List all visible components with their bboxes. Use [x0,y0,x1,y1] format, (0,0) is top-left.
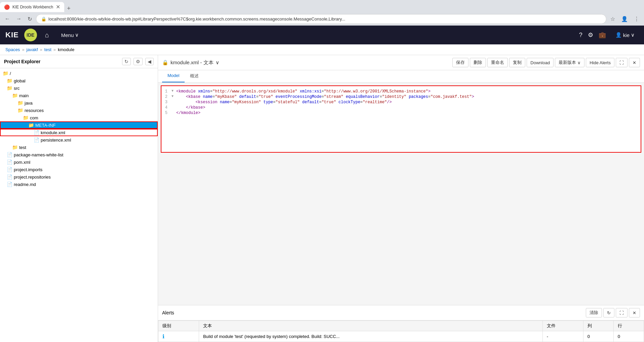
tree-item-pom-xml[interactable]: 📄 pom.xml [0,158,158,166]
workspace-button[interactable]: 💼 [599,31,606,39]
tab-model[interactable]: Model [162,70,185,82]
user-menu-button[interactable]: 👤 kie ∨ [611,31,639,39]
nav-back-button[interactable]: ← [3,14,12,23]
tree-item-global[interactable]: 📁 global [0,77,158,84]
hide-alerts-button[interactable]: Hide Alerts [586,58,614,67]
tree-item-package-names[interactable]: 📄 package-names-white-list [0,151,158,158]
address-bar[interactable]: 🔒 localhost:8080/kie-drools-wb/kie-drool… [36,14,606,24]
bookmark-button[interactable]: ☆ [608,14,617,24]
address-lock-icon: 🔒 [41,16,46,22]
breadcrumb-test[interactable]: test [44,47,51,52]
tree-label-meta-inf: META-INF [35,123,155,128]
explorer-content: 📁 / 📁 global 📁 src 📁 main 📁 java [0,68,158,342]
breadcrumb-sep1: » [22,47,24,52]
line-number: 2 [161,94,172,99]
download-button[interactable]: Download [527,58,554,67]
tree-item-com[interactable]: 📁 com [0,114,158,121]
folder-icon: 📁 [7,85,12,91]
tree-item-src[interactable]: 📁 src [0,84,158,92]
alerts-fullscreen-button[interactable]: ⛶ [616,308,628,317]
new-tab-button[interactable]: + [64,5,73,12]
line-number: 4 [161,105,172,110]
home-button[interactable]: ⌂ [42,30,52,40]
delete-button[interactable]: 删除 [470,58,486,67]
tree-item-meta-inf[interactable]: 📁 META-INF [0,121,158,129]
tree-item-resources[interactable]: 📁 resources [0,107,158,114]
menu-label: Menu [61,32,74,38]
file-icon: 📄 [34,130,39,135]
code-line-5: 5 </kmodule> [161,110,641,116]
kie-logo: KIE [5,31,19,39]
tree-item-project-imports[interactable]: 📄 project.imports [0,166,158,173]
rename-button[interactable]: 重命名 [487,58,508,67]
alerts-close-button[interactable]: ✕ [629,308,640,317]
alert-row-num: 0 [613,331,644,342]
alert-row: ℹ Build of module 'test' (requested by s… [158,331,644,342]
version-button[interactable]: 最新版本 ∨ [555,58,584,67]
tree-item-test[interactable]: 📁 test [0,144,158,151]
line-content: <kbase name="myKbase" default="true" eve… [176,94,641,99]
folder-icon: 📁 [12,145,18,150]
settings-button[interactable]: ⚙ [588,31,593,39]
col-col: 列 [583,321,613,331]
alert-level: ℹ [158,331,199,342]
nav-refresh-button[interactable]: ↻ [26,14,34,24]
code-line-3: 3 <ksession name="myKsession" type="stat… [161,100,641,105]
explorer-refresh-button[interactable]: ↻ [122,58,131,65]
profile-button[interactable]: 👤 [619,14,630,24]
app-header: KIE IDE ⌂ Menu ∨ ? ⚙ 💼 👤 kie ∨ [0,26,644,44]
line-number: 5 [161,111,172,115]
file-header: 🔒 kmodule.xml - 文本 ∨ 保存 删除 重命名 复制 Downlo… [158,55,644,70]
project-explorer: Project Explorer ↻ ⚙ ◀ 📁 / 📁 global 📁 sr… [0,55,158,342]
tree-item-readme[interactable]: 📄 readme.md [0,181,158,188]
tab-favicon: 🔴 [4,4,10,10]
alert-col: 0 [583,331,613,342]
menu-button[interactable]: Menu ∨ [57,31,83,39]
content-area: 🔒 kmodule.xml - 文本 ∨ 保存 删除 重命名 复制 Downlo… [158,55,644,342]
fullscreen-editor-button[interactable]: ⛶ [616,58,628,67]
alerts-clear-button[interactable]: 清除 [586,308,602,317]
alerts-actions: 清除 ↻ ⛶ ✕ [586,308,640,317]
code-editor[interactable]: 1 ▼ <kmodule xmlns="http://www.drools.or… [161,85,641,153]
breadcrumb-javakf[interactable]: javakf [27,47,38,52]
version-arrow-icon: ∨ [577,60,581,65]
col-level: 级别 [158,321,199,331]
file-dropdown-icon[interactable]: ∨ [216,60,219,66]
explorer-collapse-button[interactable]: ◀ [145,58,154,65]
browser-tab[interactable]: 🔴 KIE Drools Workbench ✕ [0,2,64,12]
breadcrumb-sep3: » [53,47,56,52]
alerts-section: Alerts 清除 ↻ ⛶ ✕ 级别 文本 文件 列 行 [158,305,644,342]
nav-forward-button[interactable]: → [14,14,24,23]
explorer-header: Project Explorer ↻ ⚙ ◀ [0,55,158,68]
line-content: <kmodule xmlns="http://www.drools.org/xs… [176,89,641,94]
explorer-settings-button[interactable]: ⚙ [134,58,143,65]
alerts-table: 级别 文本 文件 列 行 ℹ Build of module 'test' (r… [158,320,644,342]
tree-item-main[interactable]: 📁 main [0,92,158,99]
help-button[interactable]: ? [579,32,582,39]
close-editor-button[interactable]: ✕ [629,58,640,67]
fold-toggle[interactable]: ▼ [172,94,176,98]
tree-label-project-imports: project.imports [14,167,155,172]
tab-overview[interactable]: 概述 [185,70,204,82]
save-button[interactable]: 保存 [452,58,468,67]
tab-title: KIE Drools Workbench [12,5,53,9]
line-content: <ksession name="myKsession" type="statef… [176,100,641,105]
tree-item-java[interactable]: 📁 java [0,99,158,107]
folder-icon: 📁 [12,93,18,98]
browser-nav: ← → ↻ 🔒 localhost:8080/kie-drools-wb/kie… [0,12,644,26]
tree-item-kmodule-xml[interactable]: 📄 kmodule.xml [0,129,158,136]
tab-close-btn[interactable]: ✕ [56,4,60,10]
breadcrumb: Spaces » javakf » test » kmodule [0,44,644,55]
alerts-title: Alerts [162,310,583,315]
fold-toggle[interactable]: ▼ [172,89,176,93]
tree-item-persistence-xml[interactable]: 📄 persistence.xml [0,136,158,144]
user-label: kie [623,32,630,38]
tree-item-root[interactable]: 📁 / [0,70,158,77]
breadcrumb-spaces[interactable]: Spaces [5,47,20,52]
ide-badge: IDE [24,29,37,41]
tree-item-project-repositories[interactable]: 📄 project.repositories [0,173,158,181]
copy-button[interactable]: 复制 [509,58,525,67]
browser-menu-button[interactable]: ⋮ [632,14,641,24]
alerts-refresh-button[interactable]: ↻ [603,308,614,317]
tree-label-java: java [25,101,155,106]
